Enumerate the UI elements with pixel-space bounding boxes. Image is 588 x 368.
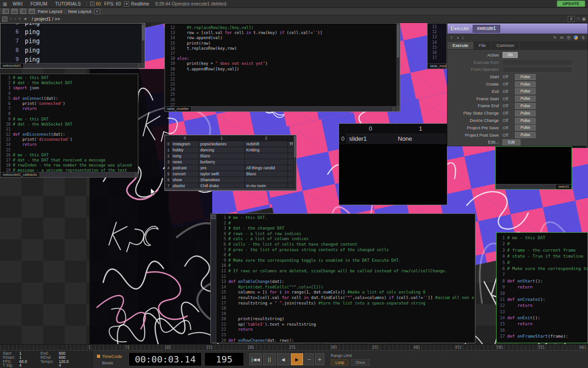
table-cell[interactable]: Blaze <box>199 153 245 159</box>
pulse-button[interactable]: Pulse <box>515 88 536 94</box>
row-index[interactable]: 5 <box>165 171 171 177</box>
table-cell[interactable]: hobby <box>171 147 199 153</box>
beats-mode-button[interactable]: Beats <box>97 360 122 365</box>
language-icon[interactable] <box>574 35 578 40</box>
info-toggle-icon[interactable]: ◑ <box>456 35 458 40</box>
pulse-button[interactable]: Pulse <box>515 110 536 116</box>
pulse-button[interactable]: Pulse <box>515 103 536 109</box>
add-layout-button[interactable]: + <box>94 9 100 14</box>
forward-icon[interactable]: › <box>14 17 16 21</box>
pane-single-icon[interactable] <box>3 9 9 14</box>
menu-tutorials[interactable]: TUTORIALS <box>53 1 83 6</box>
window-table3[interactable]: 01230InstagrampopsiclediariesredshiftThe… <box>164 135 297 191</box>
scrollbar[interactable] <box>293 135 296 188</box>
column-header[interactable]: 0 <box>346 124 395 134</box>
toggle-off[interactable]: Off <box>503 82 512 86</box>
table-cell[interactable]: news <box>171 159 199 165</box>
expand-icon[interactable]: ⇅ <box>581 35 585 40</box>
skip-to-start-button[interactable]: |◀◀ <box>249 353 262 365</box>
window-gutter[interactable] <box>211 214 216 343</box>
active-toggle-on[interactable]: On <box>503 52 518 58</box>
row-index[interactable]: 0 <box>339 134 346 144</box>
update-button[interactable]: UPDATE <box>557 0 585 7</box>
window-slider-table[interactable]: 010slider1None <box>339 123 447 205</box>
pulse-button[interactable]: Pulse <box>515 96 536 102</box>
scrollbar[interactable] <box>396 23 400 107</box>
pane-quad-icon[interactable] <box>29 9 35 14</box>
table-cell[interactable]: taylor swift <box>199 171 245 177</box>
frame-display[interactable]: 195 <box>204 352 244 366</box>
table-cell[interactable] <box>245 153 288 159</box>
pane-type-icon[interactable] <box>2 17 7 22</box>
table-cell[interactable]: Instagram <box>171 141 199 147</box>
operator-name-field[interactable]: execute1 <box>473 25 501 33</box>
table-cell[interactable]: Shameless <box>199 177 245 183</box>
toggle-off[interactable]: Off <box>503 111 512 115</box>
maximize-pane-icon[interactable]: □ <box>577 17 579 21</box>
checkbox-check-icon[interactable]: ✕ <box>124 1 129 6</box>
toggle-off[interactable]: Off <box>503 118 512 123</box>
column-header[interactable]: 2 <box>245 135 288 141</box>
scroll-button[interactable] <box>136 63 141 68</box>
gutter-button[interactable] <box>211 215 215 219</box>
scroll-button[interactable] <box>134 172 138 177</box>
new-layout-label[interactable]: New Layout <box>68 9 91 14</box>
pulse-button[interactable]: Pulse <box>515 125 536 131</box>
scroll-button[interactable] <box>396 107 400 111</box>
window-select1[interactable]: select1 <box>495 146 572 190</box>
range-limit-label[interactable]: Range Limit <box>331 353 370 358</box>
pulse-button[interactable]: Pulse <box>515 132 536 138</box>
step-back-button[interactable]: − <box>305 353 314 365</box>
network-editor[interactable]: 5ping6ping7ping8ping9ping websocket1 12 … <box>0 23 588 344</box>
toggle-off[interactable]: Off <box>503 104 512 108</box>
table-cell[interactable]: None <box>395 134 447 144</box>
loop-button[interactable]: Loop <box>331 359 349 366</box>
once-button[interactable]: Once <box>351 359 370 366</box>
table-cell[interactable]: show <box>171 177 199 183</box>
pulse-button[interactable]: Pulse <box>515 118 536 124</box>
step-forward-button[interactable]: + <box>315 353 324 365</box>
window-websocket1-callbacks[interactable]: 1# me - this DAT2# dat - the WebSocket D… <box>0 74 138 178</box>
pulse-button[interactable]: Pulse <box>515 81 536 87</box>
pane-split-v-icon[interactable] <box>20 9 26 14</box>
code-editor[interactable]: 12 #t.replaceRow(key,[key,val])13 row = … <box>166 25 396 107</box>
play-reverse-button[interactable]: ◀ <box>277 353 289 365</box>
table-cell[interactable]: burberry <box>199 159 245 165</box>
table-cell[interactable]: yes <box>199 165 245 171</box>
toggle-off[interactable]: Off <box>503 75 512 79</box>
table-cell[interactable]: slider1 <box>346 134 395 144</box>
row-index[interactable]: 4 <box>165 165 171 171</box>
table-cell[interactable]: Knitting <box>245 147 288 153</box>
tab-common[interactable]: Common <box>492 42 520 49</box>
window-tab[interactable]: websocket1_callbacks <box>0 172 40 177</box>
table-cell[interactable]: Blaze <box>245 171 288 177</box>
table-cell[interactable]: All things candid <box>245 165 288 171</box>
edit-button[interactable]: Edit <box>503 139 520 145</box>
tab-file[interactable]: File <box>474 42 491 49</box>
table-cell[interactable]: dancing <box>199 147 245 153</box>
tab-execute[interactable]: Execute <box>447 42 474 49</box>
timeline-settings[interactable]: Start:1End:600 RStart:1REnd:600 FPS:60.0… <box>0 351 93 368</box>
table-cell[interactable]: popsiclediaries <box>199 141 245 147</box>
param-dropdown[interactable] <box>503 59 572 65</box>
menu-forum[interactable]: FORUM <box>28 1 50 6</box>
row-index[interactable]: 2 <box>165 153 171 159</box>
table-cell[interactable] <box>245 177 288 183</box>
pulse-button[interactable]: Pulse <box>515 74 536 80</box>
table-cell[interactable]: song <box>171 153 199 159</box>
window-tab[interactable]: table_modif <box>428 64 447 69</box>
toggle-off[interactable]: Off <box>503 89 512 94</box>
edit-icon[interactable]: ✎ <box>553 35 557 40</box>
table-cell[interactable]: podcast <box>171 165 199 171</box>
pane-split-h-icon[interactable] <box>11 9 17 14</box>
toggle-off[interactable]: Off <box>503 126 512 130</box>
window-table3-callbacks[interactable]: 1# me - this DAT.2#3# dat - the changed … <box>210 213 475 343</box>
column-header[interactable]: 1 <box>395 124 447 134</box>
star-icon[interactable]: ★ <box>23 17 27 21</box>
info-icon[interactable]: i <box>462 35 463 40</box>
window-table-modifier-code[interactable]: 12 #t.replaceRow(key,[key,val])13 row = … <box>164 23 400 112</box>
realtime-checkbox[interactable]: ✕ Realtime <box>124 1 149 6</box>
column-header[interactable]: 1 <box>199 135 245 141</box>
window-tab[interactable]: websocket1 <box>0 63 24 68</box>
network-path[interactable]: / project1 / >> <box>32 17 60 22</box>
